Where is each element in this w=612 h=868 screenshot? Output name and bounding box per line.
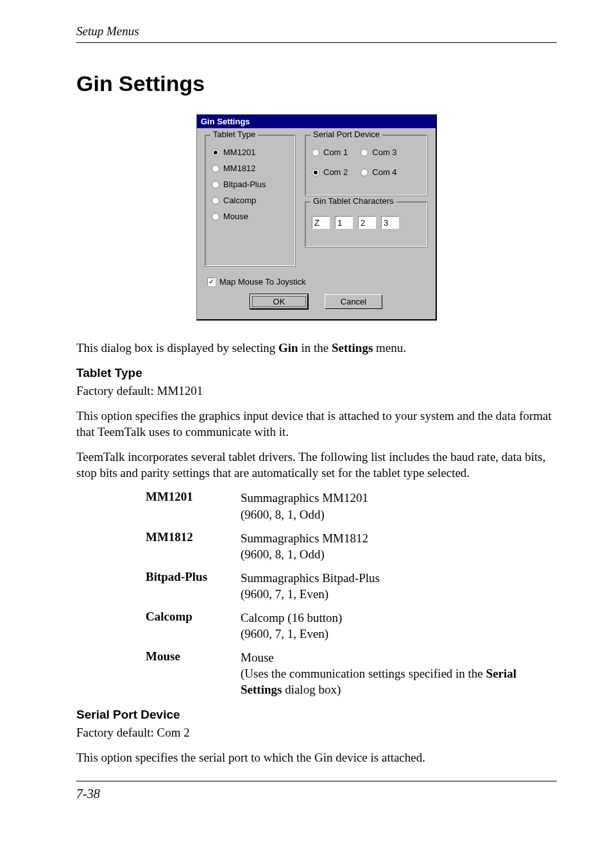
page-title: Gin Settings (76, 71, 557, 96)
serial-port-group: Serial Port Device Com 1 Com 3 (305, 135, 428, 196)
radio-com4[interactable]: Com 4 (361, 164, 396, 180)
radio-com2[interactable]: Com 2 (312, 164, 348, 180)
gin-tablet-chars-group: Gin Tablet Characters (305, 201, 428, 247)
checkbox-label: Map Mouse To Joystick (219, 277, 306, 287)
list-item: MM1812 Summagraphics MM1812(9600, 8, 1, … (76, 530, 557, 562)
radio-label: Com 4 (372, 167, 396, 177)
radio-label: Mouse (223, 212, 248, 221)
radio-label: MM1812 (223, 163, 256, 173)
serial-port-default: Factory default: Com 2 (76, 724, 557, 740)
list-item: Calcomp Calcomp (16 button)(9600, 7, 1, … (76, 610, 557, 642)
serial-port-legend: Serial Port Device (310, 129, 382, 139)
radio-icon (312, 169, 319, 176)
radio-label: Bitpad-Plus (223, 179, 266, 189)
radio-mouse[interactable]: Mouse (212, 208, 289, 224)
cancel-button[interactable]: Cancel (325, 294, 382, 309)
gin-chars-legend: Gin Tablet Characters (310, 196, 396, 206)
intro-paragraph: This dialog box is displayed by selectin… (76, 340, 557, 356)
tablet-type-legend: Tablet Type (210, 129, 258, 139)
gin-settings-dialog: Gin Settings Tablet Type MM1201 MM1 (196, 114, 437, 321)
tablet-driver-list: MM1201 Summagraphics MM1201(9600, 8, 1, … (76, 490, 557, 697)
serial-port-heading: Serial Port Device (76, 708, 557, 722)
head-rule (76, 42, 557, 43)
radio-icon (212, 213, 219, 221)
radio-label: Com 3 (372, 147, 396, 157)
footer-rule (76, 781, 557, 781)
radio-icon (212, 197, 219, 204)
gin-char-1[interactable] (335, 216, 353, 229)
radio-com1[interactable]: Com 1 (312, 144, 348, 160)
radio-mm1812[interactable]: MM1812 (212, 160, 289, 176)
radio-icon (361, 169, 368, 176)
list-item: Mouse Mouse (Uses the communication sett… (76, 649, 557, 697)
tablet-type-p1: This option specifies the graphics input… (76, 408, 557, 440)
radio-mm1201[interactable]: MM1201 (212, 144, 289, 160)
radio-label: Com 1 (323, 147, 348, 157)
radio-label: Calcomp (223, 196, 256, 205)
tablet-type-p2: TeemTalk incorporates several tablet dri… (76, 449, 557, 481)
radio-label: Com 2 (323, 167, 348, 177)
dialog-titlebar: Gin Settings (197, 115, 436, 128)
radio-icon (312, 149, 319, 156)
tablet-type-default: Factory default: MM1201 (76, 383, 557, 399)
page-number: 7-38 (76, 787, 557, 805)
gin-char-2[interactable] (358, 216, 376, 229)
list-item: Bitpad-Plus Summagraphics Bitpad-Plus(96… (76, 570, 557, 602)
gin-char-3[interactable] (381, 216, 399, 229)
radio-calcomp[interactable]: Calcomp (212, 192, 289, 208)
gin-char-0[interactable] (312, 216, 330, 229)
map-mouse-checkbox-row[interactable]: ✓ Map Mouse To Joystick (207, 277, 428, 287)
tablet-type-heading: Tablet Type (76, 366, 557, 380)
radio-label: MM1201 (223, 147, 256, 157)
checkbox-icon: ✓ (207, 278, 216, 286)
radio-icon (361, 149, 368, 156)
tablet-type-group: Tablet Type MM1201 MM1812 (205, 135, 296, 267)
running-head: Setup Menus (76, 24, 557, 38)
radio-icon (212, 149, 219, 156)
radio-com3[interactable]: Com 3 (361, 144, 396, 160)
ok-button[interactable]: OK (250, 294, 308, 309)
list-item: MM1201 Summagraphics MM1201(9600, 8, 1, … (76, 490, 557, 522)
radio-icon (212, 181, 219, 188)
radio-icon (212, 165, 219, 172)
radio-bitpad-plus[interactable]: Bitpad-Plus (212, 176, 289, 192)
serial-port-p1: This option specifies the serial port to… (76, 749, 557, 765)
